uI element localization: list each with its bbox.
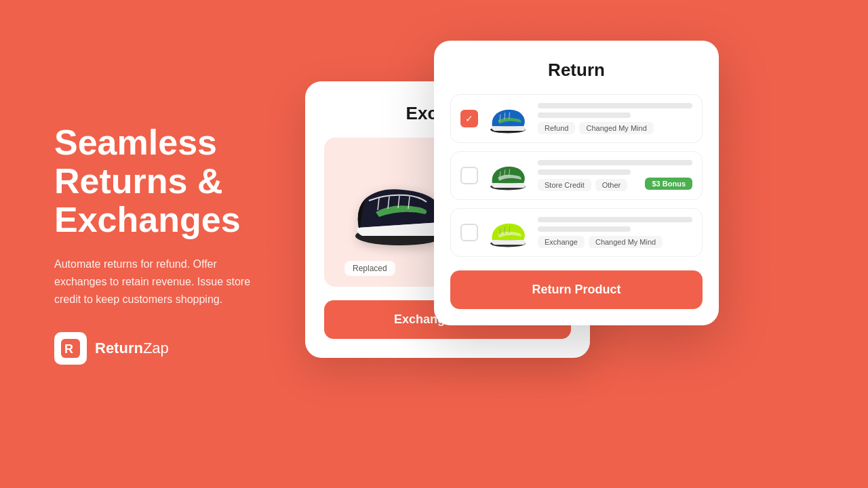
item-tags-1: Refund Changed My Mind [538,122,692,134]
item-line-2a [538,160,692,165]
brand-name: ReturnZap [95,340,169,357]
return-product-button[interactable]: Return Product [450,270,703,309]
item-shoe-2 [488,161,528,190]
left-content: Seamless Returns & Exchanges Automate re… [0,123,285,365]
shoe-left [345,168,447,256]
tag-changed-mind-1: Changed My Mind [579,122,653,134]
tag-refund: Refund [538,122,575,134]
headline: Seamless Returns & Exchanges [54,123,285,240]
item-shoe-3 [488,218,528,247]
checkbox-3[interactable] [460,224,478,241]
tag-other: Other [595,179,628,191]
return-item-2[interactable]: Store Credit Other $3 Bonus [450,151,703,200]
subtext: Automate returns for refund. Offer excha… [54,256,271,308]
item-line-3b [538,226,631,232]
return-item-1[interactable]: ✓ [450,94,703,143]
tag-changed-mind-3: Changed My Mind [589,236,663,248]
item-line-1b [538,113,631,118]
return-card-title: Return [450,60,703,81]
item-line-2b [538,169,631,175]
svg-text:R: R [64,342,73,356]
bonus-tag: $3 Bonus [645,178,692,190]
item-shoe-1 [488,104,528,134]
checkbox-1[interactable]: ✓ [460,110,478,127]
brand-logo: R [54,332,87,365]
item-line-3a [538,217,692,222]
brand: R ReturnZap [54,332,285,365]
item-tags-3: Exchange Changed My Mind [538,236,692,248]
return-item-3[interactable]: Exchange Changed My Mind [450,208,703,257]
checkbox-2[interactable] [460,167,478,184]
tag-store-credit: Store Credit [538,179,591,191]
item-info-3: Exchange Changed My Mind [538,217,692,248]
cards-area: Exchange [285,0,868,488]
item-info-1: Refund Changed My Mind [538,103,692,134]
tag-exchange: Exchange [538,236,585,248]
page-wrapper: Seamless Returns & Exchanges Automate re… [0,0,868,488]
return-items-list: ✓ [450,94,703,257]
return-card: Return ✓ [434,41,719,325]
replaced-badge: Replaced [344,261,395,276]
item-line-1a [538,103,692,108]
